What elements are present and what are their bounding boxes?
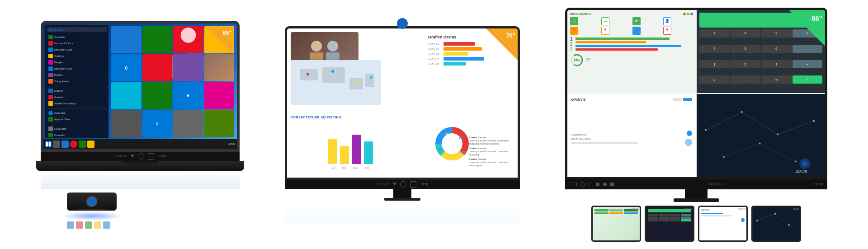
size-badge-75: 75" <box>486 28 518 60</box>
monitor-75-reflection <box>285 201 520 223</box>
calc-key-dot[interactable]: . <box>731 75 761 84</box>
monitor-86-screen: INFOGRAPHIC ⬡ ☁ ★ 👤 <box>565 8 827 179</box>
reflected-icons <box>67 221 123 229</box>
map-marker <box>307 73 309 75</box>
home-button[interactable] <box>138 153 144 160</box>
calc-key-7[interactable]: 7 <box>699 29 730 38</box>
menu-item[interactable]: Calendar <box>54 134 65 136</box>
calc-key-3[interactable]: 3 <box>761 60 792 68</box>
calc-key-0[interactable]: 0 <box>699 75 730 84</box>
monitor-86-android-bar: ORBVS 10:30 <box>565 179 827 189</box>
svg-point-17 <box>705 129 707 131</box>
calc-key-plus[interactable]: + <box>793 60 823 68</box>
bar-jan <box>328 139 337 164</box>
menu-item[interactable]: Microsoft Edge <box>54 48 72 51</box>
monitor-86-stand <box>685 189 708 198</box>
android-time: 10:30 <box>158 155 166 158</box>
menu-item[interactable]: Calculator <box>54 127 66 130</box>
svg-point-32 <box>788 224 790 226</box>
recents-button[interactable] <box>410 181 416 188</box>
wifi-indicator <box>397 18 408 29</box>
nav-icon-3 <box>610 183 614 186</box>
svg-point-18 <box>741 111 743 113</box>
bar-feb <box>340 146 349 164</box>
svg-text:13%: 13% <box>460 150 466 153</box>
calc-key-percent[interactable]: % <box>761 75 792 84</box>
dark-map-panel: 10:30 <box>697 94 825 177</box>
size-badge-65: 65" <box>206 27 233 54</box>
calc-key-6[interactable]: 6 <box>761 45 792 53</box>
menu-item[interactable]: Acrobat <box>54 96 64 99</box>
orbvs-logo-text: ORBVS <box>571 98 586 102</box>
menu-item[interactable]: Microsoft Store <box>54 67 72 70</box>
svg-point-21 <box>723 156 725 158</box>
laptop-screen: What Local Calendar Games & Clock Micros… <box>41 21 240 152</box>
monitor-86-group: INFOGRAPHIC ⬡ ☁ ★ 👤 <box>565 8 827 242</box>
vertical-bar-chart: JANFEBMARABR <box>328 128 373 164</box>
monitor-86-brand: ORBVS <box>708 182 721 186</box>
menu-item[interactable]: People <box>54 61 63 64</box>
svg-point-26 <box>802 161 807 166</box>
monitor-86-base <box>674 198 719 202</box>
size-badge-86: 86" <box>789 10 825 46</box>
menu-item[interactable]: Adobe Photoshop <box>54 102 76 105</box>
laptop-base <box>36 161 244 171</box>
map-marker <box>370 76 373 79</box>
laptop-hinge <box>122 161 158 164</box>
menu-item[interactable]: Sticky Notes <box>54 80 69 83</box>
laptop-screen-content: What Local Calendar Games & Clock Micros… <box>43 23 237 149</box>
monitor-75-screen: Grafico Barras TEXT 01 TEXT 02 TEXT 03 T… <box>285 26 520 180</box>
orbvs-panel: ORBVS Actualmente se aula fin MCE activa <box>567 94 696 177</box>
nav-icon-1 <box>596 183 599 186</box>
nav-back[interactable] <box>570 183 577 186</box>
svg-point-31 <box>774 213 776 215</box>
back-button[interactable] <box>131 155 134 158</box>
orbvs-dot-light-blue <box>685 139 692 146</box>
device-glow <box>60 211 123 221</box>
laptop-taskbar: 10:30 <box>43 139 237 149</box>
menu-item[interactable]: Explore <box>54 89 63 92</box>
streaming-device <box>67 193 117 211</box>
menu-item[interactable]: Settings <box>54 55 64 57</box>
calc-key-9[interactable]: 9 <box>761 29 792 38</box>
nav-recents[interactable] <box>589 183 592 186</box>
svg-text:10:30: 10:30 <box>796 169 807 174</box>
nav-icon-2 <box>603 183 607 186</box>
calc-key-equals[interactable]: = <box>793 75 823 84</box>
calc-key-2[interactable]: 2 <box>731 60 761 68</box>
calc-key-8[interactable]: 8 <box>731 29 761 38</box>
menu-item[interactable]: Games & Clock <box>54 42 73 45</box>
home-button[interactable] <box>400 181 406 188</box>
svg-text:25%: 25% <box>445 132 451 135</box>
svg-text:75%: 75% <box>574 59 580 62</box>
calc-key-1[interactable]: 1 <box>699 60 730 68</box>
monitor-75-group: Grafico Barras TEXT 01 TEXT 02 TEXT 03 T… <box>285 26 520 223</box>
menu-item[interactable]: Calendar <box>54 36 65 38</box>
orbvs-content: Actualmente se aula fin MCE activa <box>571 103 692 174</box>
world-map <box>291 60 381 105</box>
main-scene: What Local Calendar Games & Clock Micros… <box>0 0 868 249</box>
section-label: CONSECTETUER ADIPISCING <box>291 116 341 119</box>
back-button[interactable] <box>393 183 396 186</box>
donut-chart: 25% 25% 37% 13% <box>432 123 472 164</box>
mini-tablet-orbvs: ORBVS ORBVS <box>698 206 748 242</box>
monitor-75-base <box>384 198 420 201</box>
menu-item[interactable]: Photos <box>54 74 63 76</box>
monitor-75-content: Grafico Barras TEXT 01 TEXT 02 TEXT 03 T… <box>287 28 518 178</box>
laptop-device-group: What Local Calendar Games & Clock Micros… <box>41 21 240 229</box>
recents-button[interactable] <box>148 153 154 160</box>
svg-rect-27 <box>753 207 800 240</box>
svg-point-30 <box>756 220 758 221</box>
monitor-86-content: INFOGRAPHIC ⬡ ☁ ★ 👤 <box>567 10 825 177</box>
map-marker <box>356 80 359 83</box>
menu-item[interactable]: Apps Hat <box>54 112 66 114</box>
bar-apr <box>364 141 373 164</box>
laptop-reflection <box>41 171 240 189</box>
infographic-panel: INFOGRAPHIC ⬡ ☁ ★ 👤 <box>567 10 696 93</box>
calc-key-5[interactable]: 5 <box>731 45 761 53</box>
calc-key-4[interactable]: 4 <box>699 45 730 53</box>
svg-point-20 <box>813 120 815 122</box>
laptop-android-bar: ORBVS 10:30 <box>41 152 240 161</box>
menu-item[interactable]: Asphalt Shell <box>54 118 70 121</box>
nav-home[interactable] <box>580 182 585 187</box>
